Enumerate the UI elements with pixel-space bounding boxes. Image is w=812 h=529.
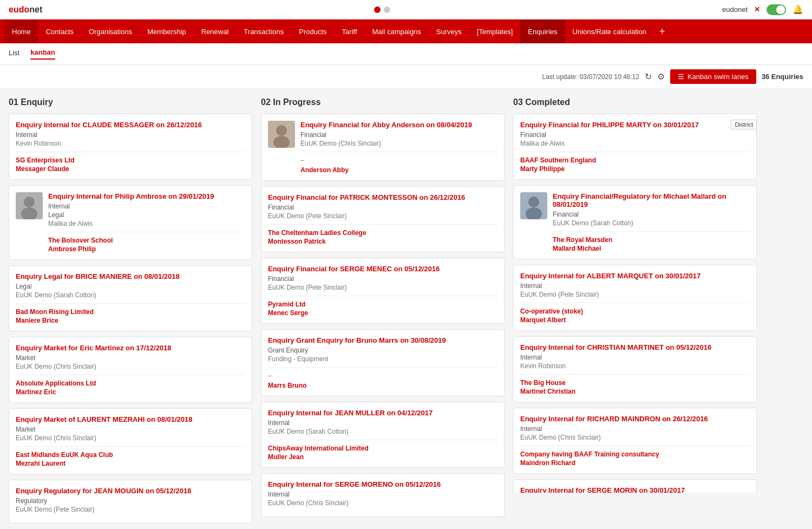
nav-item-templates[interactable]: [Templates] (469, 19, 520, 43)
card-c3: Enquiry Legal for BRICE MANIERE on 08/01… (9, 265, 252, 331)
nav-item-products[interactable]: Products (291, 19, 334, 43)
nav-item-home[interactable]: Home (4, 19, 38, 43)
card-c2-person[interactable]: Ambrose Philip (48, 245, 245, 253)
card-e1-org[interactable]: BAAF Southern England (520, 156, 750, 164)
card-e5-title[interactable]: Enquiry Internal for RICHARD MAINDRON on… (520, 415, 750, 423)
card-d5-type: Internal (268, 419, 497, 427)
card-c3-org[interactable]: Bad Moon Rising Limited (16, 308, 245, 316)
nav-item-transactions[interactable]: Transactions (236, 19, 291, 43)
nav-item-membership[interactable]: Membership (140, 19, 194, 43)
nav-item-surveys[interactable]: Surveys (429, 19, 469, 43)
card-d6-meta: EuUK Demo (Chris Sinclair) (268, 499, 497, 507)
card-c5-person[interactable]: Mezrahi Laurent (16, 460, 245, 467)
card-e4-type: Internal (520, 354, 750, 361)
card-c1-type: Internal (16, 131, 245, 139)
card-d1-person[interactable]: Anderson Abby (300, 166, 497, 174)
card-e3: Enquiry Internal for ALBERT MARQUET on 3… (513, 265, 757, 331)
card-e2-org[interactable]: The Royal Marsden (553, 236, 750, 244)
subnav-kanban[interactable]: kanban (30, 48, 55, 60)
card-c2-avatar (16, 192, 43, 219)
card-c2-type: Internal (48, 203, 245, 210)
card-d2-person[interactable]: Montesson Patrick (268, 238, 497, 245)
card-d6-type: Internal (268, 491, 497, 498)
card-e5-org[interactable]: Company having BAAF Training consultancy (520, 450, 750, 458)
close-icon[interactable]: ✕ (754, 5, 760, 14)
card-c1-org[interactable]: SG Enterprises Ltd (16, 156, 245, 164)
svg-point-7 (528, 197, 539, 207)
card-e4: Enquiry Internal for CHRISTIAN MARTINET … (513, 336, 757, 402)
nav-item-unions[interactable]: Unions/Rate calculation (565, 19, 654, 43)
card-e4-meta: Kevin Robinson (520, 362, 750, 370)
card-e1-person[interactable]: Marty Philippe (520, 165, 750, 173)
last-update-label: Last update: 03/07/2020 10:46:12 (542, 73, 639, 81)
card-e1-title[interactable]: Enquiry Financial for PHILIPPE MARTY on … (520, 121, 750, 129)
card-e2-person[interactable]: Mallard Michael (553, 245, 750, 252)
kanban-swim-lanes-button[interactable]: ☰ Kanban swim lanes (670, 69, 756, 84)
toggle-switch[interactable] (767, 4, 786, 15)
card-d4-person[interactable]: Marrs Bruno (268, 382, 497, 389)
card-c5-title[interactable]: Enquiry Market of LAURENT MEZRAHI on 08/… (16, 415, 245, 423)
card-c2: Enquiry Internal for Philip Ambrose on 2… (9, 185, 252, 260)
card-d3-title[interactable]: Enquiry Financial for SERGE MENEC on 05/… (268, 265, 497, 273)
username-label: eudonet (722, 5, 748, 14)
card-d3-person[interactable]: Menec Serge (268, 309, 497, 317)
card-c4-person[interactable]: Martinez Eric (16, 388, 245, 396)
card-d2-org[interactable]: The Cheltenham Ladies College (268, 229, 497, 237)
card-e6-title[interactable]: Enquiry Internal for SERGE MORIN on 30/0… (520, 486, 750, 493)
card-d4-meta: Funding - Equipment (268, 355, 497, 363)
card-c1-title[interactable]: Enquiry Internal for CLAUDE MESSAGER on … (16, 121, 245, 129)
svg-point-4 (276, 125, 287, 136)
card-d5-person[interactable]: Muller Jean (268, 453, 497, 461)
card-c3-meta: EuUK Demo (Sarah Cotton) (16, 291, 245, 299)
nav-item-renewal[interactable]: Renewal (194, 19, 237, 43)
card-c3-title[interactable]: Enquiry Legal for BRICE MANIERE on 08/01… (16, 272, 245, 280)
card-c1-person[interactable]: Messager Claude (16, 165, 245, 173)
nav-item-mail-campaigns[interactable]: Mail campaigns (365, 19, 429, 43)
card-c5-org[interactable]: East Midlands EuUK Aqua Club (16, 451, 245, 459)
card-e5-person[interactable]: Maindron Richard (520, 459, 750, 467)
card-e4-title[interactable]: Enquiry Internal for CHRISTIAN MARTINET … (520, 343, 750, 351)
card-d6-title[interactable]: Enquiry Internal for SERGE MORENO on 05/… (268, 480, 497, 488)
card-d4: Enquiry Grant Enquiry for Bruno Marrs on… (261, 329, 505, 396)
nav-item-tariff[interactable]: Tariff (335, 19, 365, 43)
card-d3-meta: EuUK Demo (Pete Sinclair) (268, 284, 497, 291)
card-d5-title[interactable]: Enquiry Internal for JEAN MULLER on 04/1… (268, 409, 497, 417)
nav-item-organisations[interactable]: Organisations (81, 19, 140, 43)
card-e3-title[interactable]: Enquiry Internal for ALBERT MARQUET on 3… (520, 272, 750, 280)
card-d1-type: Financial (300, 131, 497, 139)
settings-icon[interactable]: ⚙ (657, 71, 665, 82)
card-c2-org[interactable]: The Bolsover School (48, 237, 245, 244)
nav-item-enquiries[interactable]: Enquiries (520, 19, 565, 43)
card-c3-person[interactable]: Maniere Brice (16, 317, 245, 324)
nav-add-icon[interactable]: + (654, 26, 671, 37)
card-d3-type: Financial (268, 275, 497, 283)
card-d1-meta: EuUK Demo (Chris Sinclair) (300, 140, 497, 147)
card-c4-org[interactable]: Absolute Applications Ltd (16, 380, 245, 387)
top-center (374, 6, 390, 13)
card-c4-title[interactable]: Enquiry Market for Eric Martinez on 17/1… (16, 344, 245, 352)
col3-scroll-area[interactable]: Enquiry Financial for PHILIPPE MARTY on … (513, 114, 757, 493)
subnav-list[interactable]: List (9, 49, 19, 59)
card-c3-type: Legal (16, 283, 245, 290)
card-d4-title[interactable]: Enquiry Grant Enquiry for Bruno Marrs on… (268, 336, 497, 344)
card-e1-type: Financial (520, 131, 750, 139)
card-d5-org[interactable]: ChipsAway International Limited (268, 445, 497, 452)
card-e3-org[interactable]: Co-operative (stoke) (520, 308, 750, 315)
card-c2-title[interactable]: Enquiry Internal for Philip Ambrose on 2… (48, 192, 245, 200)
enquiries-count: 36 Enquiries (762, 73, 803, 81)
card-e4-org[interactable]: The Big House (520, 379, 750, 387)
bell-icon[interactable]: 🔔 (793, 4, 803, 15)
card-e3-person[interactable]: Marquet Albert (520, 316, 750, 324)
card-d1-title[interactable]: Enquiry Financial for Abby Anderson on 0… (300, 121, 497, 129)
column-01-enquiry: 01 Enquiry Enquiry Internal for CLAUDE M… (9, 97, 252, 529)
card-d3: Enquiry Financial for SERGE MENEC on 05/… (261, 258, 505, 324)
refresh-icon[interactable]: ↻ (645, 71, 652, 82)
card-e2-meta: EuUK Demo (Sarah Cotton) (553, 219, 750, 227)
card-e4-person[interactable]: Martinet Christian (520, 388, 750, 395)
card-c6-title[interactable]: Enquiry Regulatory for JEAN MOUGIN on 05… (16, 487, 245, 495)
card-d2-title[interactable]: Enquiry Financial for PATRICK MONTESSON … (268, 193, 497, 201)
nav-item-contacts[interactable]: Contacts (38, 19, 81, 43)
card-e2-title[interactable]: Enquiry Financial/Regulatory for Michael… (553, 192, 750, 208)
col2-header: 02 In Progress (261, 97, 505, 107)
card-d3-org[interactable]: Pyramid Ltd (268, 301, 497, 308)
